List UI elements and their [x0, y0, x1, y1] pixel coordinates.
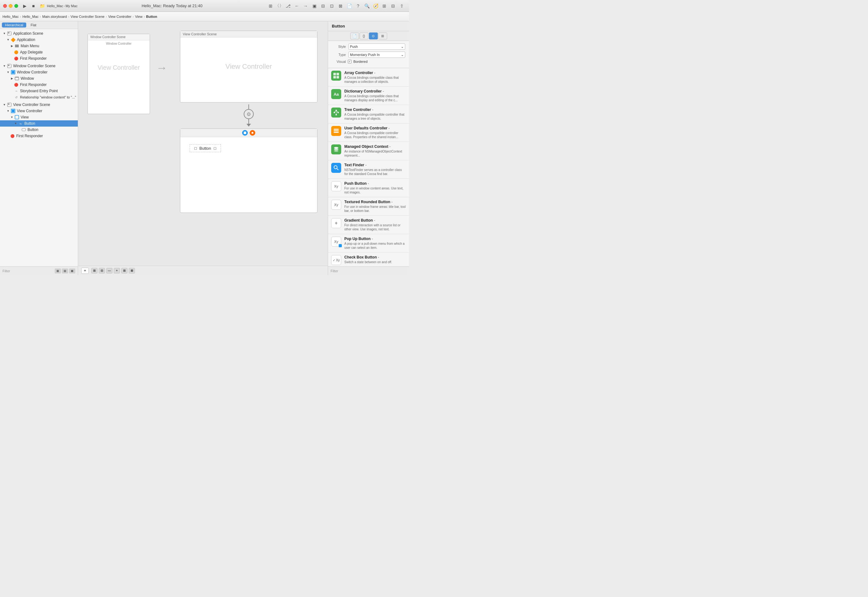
inspector-item-10[interactable]: ✓ Xy Check Box Button - Switch a state b… [328, 252, 409, 266]
blue-circle-icon [242, 130, 248, 136]
disclosure-app[interactable]: ▼ [6, 38, 10, 41]
help-icon[interactable]: ? [354, 3, 362, 9]
inspector-item-8[interactable]: + Gradient Button - For direct interacti… [328, 216, 409, 234]
disclosure-vc-scene[interactable]: ▼ [3, 103, 6, 106]
zoom-out-button[interactable]: — [106, 268, 113, 273]
tree-first-responder-3[interactable]: 🔴 First Responder [0, 133, 78, 139]
minimize-button[interactable] [9, 4, 12, 8]
inspector-item-9[interactable]: Xy Pop Up Button - A pop-up or a pull-do… [328, 234, 409, 252]
disclosure-vc[interactable]: ▼ [6, 109, 10, 113]
code-icon[interactable]: 〈〉 [275, 3, 283, 9]
tree-application-scene[interactable]: ▼ Application Scene [0, 30, 78, 37]
svg-rect-33 [334, 130, 339, 131]
layout-icon[interactable]: ⊟ [319, 3, 327, 9]
console-icon[interactable]: ⊟ [389, 3, 397, 9]
breadcrumb-item-2[interactable]: Hello_Mac [22, 15, 39, 18]
inspector-item-2[interactable]: Tree Controller - A Cocoa bindings compa… [328, 105, 409, 123]
zoom-in-button[interactable]: + [114, 268, 120, 273]
firstresponder2-icon: 🔴 [14, 82, 19, 87]
debug-icon[interactable]: ⊞ [380, 3, 388, 9]
tree-view[interactable]: ▼ View [0, 114, 78, 120]
relation-icon: ↺ [14, 95, 19, 100]
tree-relationship[interactable]: ↺ Relationship "window content" to "..." [0, 94, 78, 100]
wc-icon [10, 70, 16, 75]
git2-icon[interactable]: ⇧ [398, 3, 406, 9]
inspector-item-3[interactable]: User Defaults Controller - A Cocoa bindi… [328, 123, 409, 142]
scheme-button[interactable]: 📁 [38, 3, 46, 9]
breadcrumb-item-7[interactable]: Button [146, 15, 157, 18]
run-button[interactable]: ▶ [21, 3, 29, 9]
disclosure-mainmenu[interactable]: ▶ [10, 45, 14, 48]
svg-rect-25 [336, 110, 337, 111]
app-scene-label: Application Scene [13, 31, 43, 36]
inspector-item-7[interactable]: Xy Textured Rounded Button - For use in … [328, 197, 409, 216]
item-desc-9: A pop-up or a pull-down menu from which … [344, 242, 406, 250]
breadcrumb-item-3[interactable]: Main.storyboard [42, 15, 67, 18]
disclosure-wc[interactable]: ▼ [6, 71, 10, 74]
tree-vc-scene[interactable]: ▼ View Controller Scene [0, 102, 78, 108]
extra-icon[interactable]: ⊠ [336, 3, 345, 9]
zoom-reset-button[interactable]: ⊟ [99, 268, 105, 273]
breadcrumb-item-5[interactable]: View Controller [108, 15, 131, 18]
inspector-icon[interactable]: ⊡ [328, 3, 336, 9]
inspector-item-6[interactable]: Xy Push Button - For use in window conte… [328, 179, 409, 197]
forward-icon[interactable]: → [302, 3, 310, 9]
tree-wc-scene[interactable]: ▼ Window Controller Scene [0, 63, 78, 69]
item-icon-2 [331, 107, 341, 117]
add-editor-button[interactable]: + [81, 267, 89, 274]
inspector-item-0[interactable]: Array Controller - A Cocoa bindings comp… [328, 68, 409, 86]
breadcrumb-item-4[interactable]: View Controller Scene [71, 15, 105, 18]
inspector-filter-placeholder[interactable]: Filter [330, 269, 338, 273]
inspector-tab-size[interactable]: ⊞ [378, 33, 387, 39]
editor-icon[interactable]: ▣ [310, 3, 318, 9]
arrow-to-vc: → [156, 61, 167, 74]
tree-window-controller[interactable]: ▼ Window Controller [0, 69, 78, 75]
grid-button[interactable]: ⊞ [121, 268, 127, 273]
visual-checkbox[interactable]: ✓ [348, 60, 351, 64]
breadcrumb-item-6[interactable]: View [135, 15, 142, 18]
tree-first-responder-2[interactable]: 🔴 First Responder [0, 82, 78, 88]
stop-button[interactable]: ■ [30, 3, 37, 9]
filter-btn-2[interactable]: ⊟ [62, 269, 68, 273]
disclosure-view[interactable]: ▼ [10, 116, 14, 119]
flat-tab[interactable]: Flat [28, 22, 39, 28]
layout2-button[interactable]: ⊠ [129, 268, 135, 273]
tree-application[interactable]: ▼ 🔶 Application [0, 37, 78, 43]
tree-button-child[interactable]: Button [0, 126, 78, 133]
disclosure-app-scene[interactable]: ▼ [3, 32, 6, 35]
zoom-fit-button[interactable]: ⊞ [91, 268, 98, 273]
disclosure-wc-scene[interactable]: ▼ [3, 64, 6, 67]
style-select[interactable]: Push ⌄ [348, 43, 405, 50]
tree-view-controller[interactable]: ▼ View Controller [0, 108, 78, 114]
tree-storyboard-entry[interactable]: → Storyboard Entry Point [0, 88, 78, 94]
inspector2-icon[interactable]: 🔍 [363, 3, 371, 9]
tree-first-responder-1[interactable]: 🔴 First Responder [0, 55, 78, 62]
inspector-item-4[interactable]: Managed Object Context - An instance of … [328, 142, 409, 160]
nav-icon[interactable]: 🧭 [372, 3, 380, 9]
git-icon[interactable]: ⎇ [284, 3, 292, 9]
left-nav-icon[interactable]: ⊞ [267, 3, 275, 9]
filter-btn-1[interactable]: ⊞ [55, 269, 61, 273]
inspector-item-5[interactable]: Text Finder - NSTextFinder serves as a c… [328, 160, 409, 179]
button-widget[interactable]: Button [190, 144, 221, 152]
inspector-item-1[interactable]: Aa Dictionary Controller - A Cocoa bindi… [328, 86, 409, 105]
inspector-tab-file[interactable]: 📄 [350, 33, 359, 39]
hierarchical-tab[interactable]: Hierarchical [2, 22, 26, 28]
back-icon[interactable]: ← [293, 3, 301, 9]
close-button[interactable] [3, 4, 7, 8]
fullscreen-button[interactable] [14, 4, 18, 8]
tree-button-selected[interactable]: ▼ Xy Button [0, 120, 78, 126]
doc-icon[interactable]: 📄 [345, 3, 353, 9]
tree-main-menu[interactable]: ▶ Main Menu [0, 43, 78, 49]
type-select[interactable]: Momentary Push In ⌄ [348, 52, 405, 58]
disclosure-window[interactable]: ▶ [10, 77, 14, 80]
button-scene-box: Button [180, 128, 317, 213]
breadcrumb-item-1[interactable]: Hello_Mac [3, 15, 19, 18]
disclosure-button[interactable]: ▼ [14, 122, 18, 125]
inspector-tab-identity[interactable]: ⊙ [369, 33, 378, 39]
inspector-tab-quick[interactable]: {} [360, 33, 368, 39]
navigator-filter-placeholder[interactable]: Filter [3, 269, 53, 273]
tree-app-delegate[interactable]: 🟠 App Delegate [0, 49, 78, 55]
tree-window[interactable]: ▶ Window [0, 75, 78, 82]
filter-btn-3[interactable]: ⊠ [69, 269, 75, 273]
